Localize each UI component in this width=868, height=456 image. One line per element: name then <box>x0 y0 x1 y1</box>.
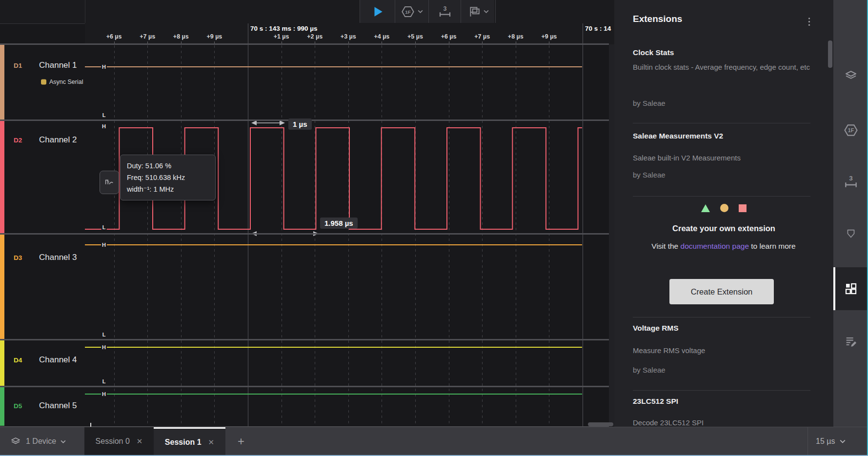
divider <box>807 427 808 456</box>
low-level-marker: L <box>101 112 107 118</box>
measurement-tooltip: Duty: 51.06 % Freq: 510.638 kHz width⁻¹:… <box>120 155 216 200</box>
extension-item-title[interactable]: Voltage RMS <box>633 324 679 333</box>
horizontal-scrollbar-thumb[interactable] <box>588 422 613 426</box>
new-session-button[interactable]: + <box>232 427 250 456</box>
pulse-undo-icon <box>104 177 115 188</box>
chevron-down-icon <box>61 440 66 443</box>
measurement-label[interactable]: 1.958 µs <box>320 218 358 229</box>
high-level-marker: H <box>101 64 107 70</box>
channel-row-D3[interactable]: D3Channel 3 <box>0 234 85 340</box>
tab-session-1[interactable]: Session 1 ✕ <box>154 427 225 456</box>
documentation-link[interactable]: documentation page <box>681 242 749 250</box>
tab-label: Session 1 <box>165 438 202 447</box>
svg-text:1F: 1F <box>848 127 854 133</box>
high-level-marker: H <box>101 242 107 248</box>
tab-session-0[interactable]: Session 0 ✕ <box>84 427 154 456</box>
sidebar-notes-button[interactable] <box>833 320 868 363</box>
channel-id-label: D3 <box>14 254 22 261</box>
channel-name-label[interactable]: Channel 1 <box>39 60 77 70</box>
low-level-marker: L <box>101 378 107 384</box>
extension-item-desc: Saleae built-in V2 Measurements <box>633 152 813 163</box>
logic-analyzer-app: 1F 3 +6 µs+7 µs+8 µs+9 µs+1 µs+ <box>0 0 868 456</box>
close-icon[interactable]: ✕ <box>208 438 215 447</box>
device-label: 1 Device <box>26 437 56 446</box>
promo-body: Visit the documentation page to learn mo… <box>628 240 819 252</box>
divider <box>633 317 810 317</box>
analyzer-dot <box>41 79 46 85</box>
row-separator <box>0 386 609 387</box>
extension-item-title[interactable]: Clock Stats <box>633 48 674 57</box>
sidebar-extensions-button[interactable] <box>833 267 868 310</box>
extension-item-desc: Measure RMS voltage <box>633 345 813 356</box>
channel-name-label[interactable]: Channel 3 <box>39 253 77 262</box>
panel-title: Extensions <box>633 14 682 24</box>
tooltip-width-inv: width⁻¹: 1 MHz <box>127 183 209 195</box>
close-icon[interactable]: ✕ <box>137 437 143 446</box>
right-icon-strip: 1F 3 <box>833 0 868 427</box>
high-level-marker: H <box>101 391 107 397</box>
device-selector[interactable]: 1 Device <box>0 427 84 456</box>
create-extension-button[interactable]: Create Extension <box>669 279 774 304</box>
channel-id-label: D4 <box>14 357 22 364</box>
high-level-marker: H <box>101 344 107 350</box>
extension-item-author: by Saleae <box>633 171 666 179</box>
promo-text: to learn more <box>749 242 796 250</box>
channel-name-label[interactable]: Channel 2 <box>39 135 77 145</box>
analyzer-label[interactable]: Async Serial <box>49 79 83 85</box>
channel-row-D1[interactable]: D1Channel 1Async Serial <box>0 44 85 120</box>
circle-shape-icon <box>720 204 728 212</box>
svg-text:3: 3 <box>849 175 852 182</box>
channel-name-label[interactable]: Channel 5 <box>39 401 77 411</box>
extension-item-author: by Saleae <box>633 99 666 107</box>
row-separator <box>0 233 609 235</box>
row-separator <box>0 43 609 45</box>
row-separator <box>0 339 609 340</box>
extension-item-title[interactable]: Saleae Measurements V2 <box>633 132 723 140</box>
timebase-selector[interactable]: 15 µs <box>816 427 846 456</box>
channel-row-D4[interactable]: D4Channel 4 <box>0 340 85 387</box>
device-icon <box>10 436 21 447</box>
chevron-down-icon <box>840 439 846 443</box>
square-shape-icon <box>739 204 747 212</box>
channel-id-label: D2 <box>14 137 22 144</box>
sidebar-annotations-button[interactable] <box>833 213 868 256</box>
extension-promo-shapes <box>614 204 833 212</box>
divider <box>633 123 810 123</box>
high-level-marker: H <box>101 123 107 129</box>
measurement-label[interactable]: 1 µs <box>288 119 312 130</box>
channel-row-D2[interactable]: D2Channel 2 <box>0 120 85 234</box>
triangle-shape-icon <box>701 204 710 212</box>
sidebar-devices-button[interactable] <box>833 54 868 97</box>
extension-item-desc: Builtin clock stats - Average frequency,… <box>633 61 813 73</box>
timebase-label: 15 µs <box>816 437 835 446</box>
channel-row-D5[interactable]: D5Channel 5 <box>0 387 85 426</box>
tooltip-freq: Freq: 510.638 kHz <box>127 172 209 183</box>
tab-label: Session 0 <box>96 437 130 446</box>
channel-name-label[interactable]: Channel 4 <box>39 355 77 365</box>
panel-scrollbar-thumb[interactable] <box>828 40 832 68</box>
extension-item-title[interactable]: 23LC512 SPI <box>633 397 678 406</box>
channel-id-label: D5 <box>14 402 22 410</box>
vertical-scrollbar-track[interactable] <box>609 44 614 426</box>
low-level-marker: L <box>101 224 107 230</box>
scroll-position-marker <box>90 423 91 427</box>
extension-item-author: by Saleae <box>633 366 666 374</box>
measurement-restore-button[interactable] <box>100 171 119 194</box>
channel-id-label: D1 <box>14 62 22 69</box>
tooltip-duty: Duty: 51.06 % <box>127 160 209 172</box>
bottom-bar: 1 Device Session 0 ✕ Session 1 ✕ + 15 µs <box>0 427 868 456</box>
sidebar-measurements-button[interactable]: 3 <box>833 160 868 203</box>
promo-title: Create your own extension <box>614 224 833 233</box>
promo-text: Visit the <box>651 242 680 250</box>
divider <box>633 390 810 391</box>
divider <box>633 196 810 197</box>
extensions-panel: Extensions ? Clock Stats Builtin clock s… <box>614 0 868 427</box>
low-level-marker: L <box>101 332 107 337</box>
kebab-menu-icon[interactable] <box>804 16 815 27</box>
sidebar-capture-button[interactable]: 1F <box>833 109 868 152</box>
